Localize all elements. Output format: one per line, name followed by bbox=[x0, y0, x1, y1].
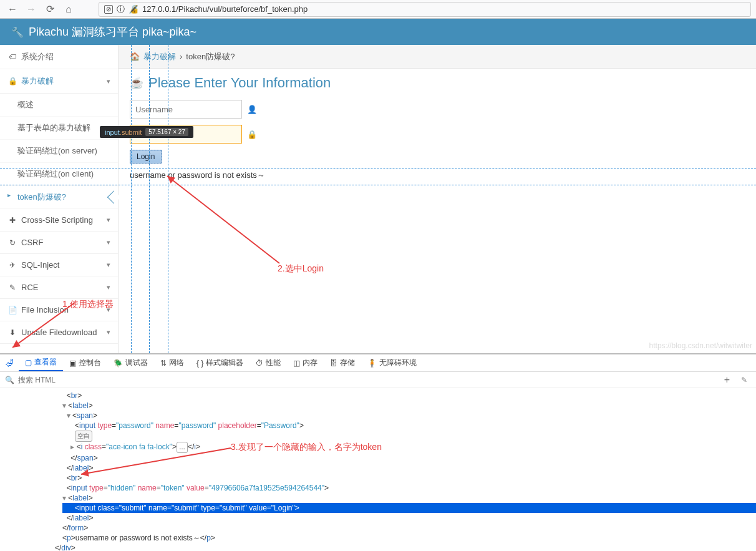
home-icon[interactable]: 🏠 bbox=[130, 52, 140, 61]
back-button[interactable]: ← bbox=[5, 2, 20, 17]
tab-a11y[interactable]: 🧍无障碍环境 bbox=[361, 354, 423, 371]
sidebar-item-csrf[interactable]: ↻CSRF▾ bbox=[0, 232, 118, 254]
sidebar-sub-server[interactable]: 验证码绕过(on server) bbox=[0, 140, 118, 163]
tab-inspector[interactable]: ▢查看器 bbox=[19, 354, 63, 371]
error-message: username or password is not exists～ bbox=[130, 170, 745, 181]
tab-perf[interactable]: ⏱性能 bbox=[250, 354, 287, 371]
sidebar-item-download[interactable]: ⬇Unsafe Filedownload▾ bbox=[0, 321, 118, 344]
chevron-right-icon: ▾ bbox=[107, 216, 110, 224]
sidebar-item-xss[interactable]: ✚Cross-Site Scripting▾ bbox=[0, 209, 118, 232]
memory-icon: ◫ bbox=[293, 359, 300, 368]
element-picker-button[interactable]: ⮰ bbox=[0, 358, 19, 368]
tab-debugger[interactable]: 🪲调试器 bbox=[107, 354, 154, 371]
chevron-right-icon: ▾ bbox=[107, 328, 110, 336]
lock-icon: 🔒 bbox=[247, 130, 257, 139]
inspector-icon: ▢ bbox=[25, 358, 32, 367]
sidebar-item-sql[interactable]: ✈SQL-Inject▾ bbox=[0, 254, 118, 276]
sidebar-sub-client[interactable]: 验证码绕过(on client) bbox=[0, 163, 118, 186]
app-banner: 🔧 Pikachu 漏洞练习平台 pika~pika~ bbox=[0, 19, 756, 45]
style-icon: { } bbox=[196, 359, 203, 368]
breadcrumb-sep: › bbox=[180, 52, 182, 61]
a11y-icon: 🧍 bbox=[367, 359, 377, 368]
download-icon: ⬇ bbox=[7, 328, 17, 337]
breadcrumb: 🏠 暴力破解 › token防爆破? bbox=[119, 45, 756, 69]
connection-icon: 🔏 bbox=[128, 4, 138, 14]
sidebar-item-intro[interactable]: 🏷 系统介绍 bbox=[0, 45, 118, 69]
tab-network[interactable]: ⇅网络 bbox=[154, 354, 190, 371]
sidebar-item-brute[interactable]: 🔒 暴力破解 ▾ bbox=[0, 69, 118, 94]
home-button[interactable]: ⌂ bbox=[61, 2, 76, 17]
chevron-right-icon: ▾ bbox=[107, 238, 110, 246]
login-button[interactable]: Login bbox=[130, 150, 162, 163]
wrench-icon: 🔧 bbox=[11, 26, 24, 38]
main-content: 🏠 暴力破解 › token防爆破? ☕ Please Enter Your I… bbox=[119, 45, 756, 353]
storage-icon: 🗄 bbox=[330, 359, 337, 368]
tab-console[interactable]: ▣控制台 bbox=[63, 354, 107, 371]
console-icon: ▣ bbox=[69, 359, 76, 368]
pencil-icon: ✎ bbox=[7, 283, 17, 292]
sidebar-item-rce[interactable]: ✎RCE▾ bbox=[0, 276, 118, 299]
chevron-right-icon: ▾ bbox=[107, 283, 110, 291]
network-icon: ⇅ bbox=[160, 359, 167, 368]
reload-button[interactable]: ⟳ bbox=[42, 2, 57, 17]
url-bar[interactable]: ⊘ ⓘ 🔏 127.0.0.1/Pikachu/vul/burteforce/b… bbox=[99, 2, 751, 17]
forward-button[interactable]: → bbox=[24, 2, 39, 17]
inspector-tooltip: input.submit 57.5167 × 27 bbox=[100, 126, 193, 138]
browser-toolbar: ← → ⟳ ⌂ ⊘ ⓘ 🔏 127.0.0.1/Pikachu/vul/burt… bbox=[0, 0, 756, 19]
perf-icon: ⏱ bbox=[256, 359, 263, 368]
breadcrumb-current: token防爆破? bbox=[186, 51, 235, 62]
sidebar-item-fi[interactable]: 📄File Inclusion▾ bbox=[0, 299, 118, 321]
devtools-tabs: ⮰ ▢查看器 ▣控制台 🪲调试器 ⇅网络 { }样式编辑器 ⏱性能 ◫内存 🗄存… bbox=[0, 354, 756, 372]
tag-icon: 🏷 bbox=[7, 52, 17, 61]
eyedropper-icon[interactable]: ✎ bbox=[737, 376, 751, 384]
chevron-down-icon: ▾ bbox=[107, 77, 110, 85]
tab-style[interactable]: { }样式编辑器 bbox=[190, 354, 250, 371]
sidebar-sub-token[interactable]: token防爆破? bbox=[0, 186, 118, 209]
shield-icon: ⊘ bbox=[104, 5, 113, 14]
coffee-icon: ☕ bbox=[130, 76, 143, 90]
user-icon: 👤 bbox=[247, 105, 257, 114]
tab-storage[interactable]: 🗄存储 bbox=[324, 354, 361, 371]
bug-icon: ✚ bbox=[7, 216, 17, 225]
tab-memory[interactable]: ◫内存 bbox=[287, 354, 324, 371]
search-icon: 🔍 bbox=[5, 376, 14, 384]
dom-tree[interactable]: <br> ▾ <label> ▾ <span> <input type="pas… bbox=[0, 388, 756, 551]
lock-icon: 🔒 bbox=[7, 77, 17, 85]
dom-search-input[interactable] bbox=[18, 376, 717, 384]
debugger-icon: 🪲 bbox=[114, 359, 123, 368]
devtools-panel: ⮰ ▢查看器 ▣控制台 🪲调试器 ⇅网络 { }样式编辑器 ⏱性能 ◫内存 🗄存… bbox=[0, 353, 756, 551]
banner-title: Pikachu 漏洞练习平台 pika~pika~ bbox=[29, 24, 196, 39]
watermark: https://blog.csdn.net/witwitwiter bbox=[649, 341, 752, 350]
username-input[interactable] bbox=[130, 100, 242, 119]
url-text: 127.0.0.1/Pikachu/vul/burteforce/bf_toke… bbox=[142, 4, 308, 14]
breadcrumb-parent[interactable]: 暴力破解 bbox=[143, 51, 176, 62]
chevron-right-icon: ▾ bbox=[107, 306, 110, 314]
sidebar-sub-overview[interactable]: 概述 bbox=[0, 94, 118, 117]
file-icon: 📄 bbox=[7, 306, 17, 315]
add-button[interactable]: + bbox=[720, 374, 734, 386]
refresh-icon: ↻ bbox=[7, 238, 17, 247]
devtools-search: 🔍 + ✎ bbox=[0, 372, 756, 388]
info-icon: ⓘ bbox=[117, 4, 125, 15]
sidebar: 🏷 系统介绍 🔒 暴力破解 ▾ 概述 基于表单的暴力破解 验证码绕过(on se… bbox=[0, 45, 119, 353]
chevron-right-icon: ▾ bbox=[107, 261, 110, 269]
page-title: ☕ Please Enter Your Information bbox=[130, 75, 745, 91]
plane-icon: ✈ bbox=[7, 261, 17, 270]
